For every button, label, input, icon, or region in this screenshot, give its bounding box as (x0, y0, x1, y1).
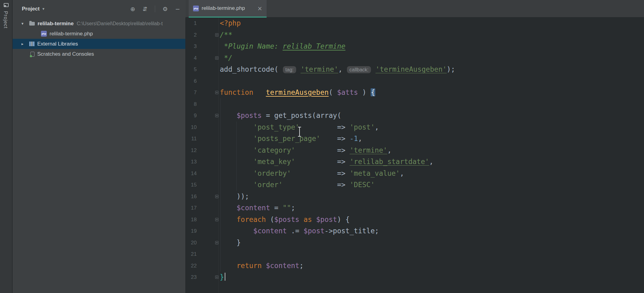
line-number[interactable]: 9 (186, 110, 197, 122)
code-token (262, 262, 266, 270)
code-token: ; (291, 204, 295, 212)
code-line[interactable]: 7function termineAusgeben( $atts ) { (186, 87, 644, 98)
window-menu-icon[interactable] (4, 3, 9, 7)
tree-item-label: relilab-termine (38, 21, 74, 27)
code-line[interactable]: 21 (186, 248, 644, 260)
scroll-from-source-icon[interactable]: ⇵ (143, 6, 147, 12)
code-line[interactable]: 3 *Plugin Name: relilab Termine (186, 41, 644, 52)
tree-item-root[interactable]: ▾ relilab-termine C:\Users\Daniel\Deskto… (13, 18, 185, 29)
line-number[interactable]: 2 (186, 29, 197, 41)
code-line[interactable]: 14 'orderby' => 'meta_value', (186, 168, 644, 179)
code-token: => (283, 181, 350, 189)
code-token (220, 227, 253, 235)
code-line[interactable]: 4 */ (186, 52, 644, 64)
tree-item-scratches[interactable]: Scratches and Consoles (13, 49, 185, 59)
line-number[interactable]: 10 (186, 122, 197, 133)
line-number[interactable]: 18 (186, 214, 197, 226)
project-selector[interactable]: Project (13, 6, 40, 12)
folder-icon (29, 22, 35, 26)
code-token: relilab Termine (283, 42, 345, 50)
line-number[interactable]: 8 (186, 98, 197, 110)
code-line[interactable]: 19 $content .= $post->post_title; (186, 225, 644, 237)
line-number[interactable]: 22 (186, 260, 197, 272)
code-line[interactable]: 17 $content = ""; (186, 202, 644, 214)
line-number[interactable]: 11 (186, 133, 197, 145)
code-line[interactable]: 1<?php (186, 18, 644, 29)
fold-marker-icon[interactable] (215, 218, 219, 221)
parameter-hint: callback: (347, 66, 371, 73)
chevron-down-icon[interactable]: ▾ (19, 21, 26, 26)
fold-marker-icon[interactable] (215, 33, 219, 37)
line-number[interactable]: 14 (186, 168, 197, 179)
line-number[interactable]: 12 (186, 145, 197, 156)
code-token: )); (220, 192, 249, 200)
code-token: , (400, 169, 404, 177)
code-line[interactable]: 12 'category' => 'termine', (186, 145, 644, 156)
line-number[interactable]: 6 (186, 75, 197, 87)
line-number[interactable]: 15 (186, 179, 197, 191)
code-line[interactable]: 9 $posts = get_posts(array( (186, 110, 644, 122)
code-line[interactable]: 22 return $content; (186, 260, 644, 272)
line-number[interactable]: 23 (186, 271, 197, 283)
code-token (296, 65, 301, 73)
code-line[interactable]: 6 (186, 75, 644, 87)
tree-item-file[interactable]: php relilab-termine.php (13, 29, 185, 39)
fold-marker-icon[interactable] (215, 56, 219, 60)
gear-icon[interactable]: ⚙ (163, 6, 168, 12)
code-token: , (358, 134, 362, 142)
line-number[interactable]: 20 (186, 237, 197, 249)
fold-marker-icon[interactable] (215, 114, 219, 117)
text-caret (225, 273, 225, 281)
code-token (253, 88, 266, 96)
code-token: ) (358, 88, 371, 96)
line-number[interactable]: 1 (186, 18, 197, 29)
line-number[interactable]: 7 (186, 87, 197, 98)
tool-window-strip: Project (0, 0, 12, 293)
code-token: add_shortcode( (220, 65, 283, 73)
code-line[interactable]: 15 'order' => 'DESC' (186, 179, 644, 191)
line-number[interactable]: 16 (186, 191, 197, 203)
code-token: 'post_type' (253, 123, 300, 131)
editor-tab-bar: php relilab-termine.php × (186, 0, 644, 18)
code-token (220, 134, 253, 142)
line-number[interactable]: 13 (186, 156, 197, 168)
fold-marker-icon[interactable] (215, 195, 219, 198)
code-line[interactable]: 11 'posts_per_page' => -1, (186, 133, 644, 145)
locate-icon[interactable]: ⊕ (130, 6, 135, 12)
fold-marker-icon[interactable] (215, 275, 219, 279)
editor[interactable]: 1<?php2/**3 *Plugin Name: relilab Termin… (186, 18, 644, 293)
tab-relilab-termine[interactable]: php relilab-termine.php × (189, 0, 267, 18)
code-token (220, 146, 253, 154)
fold-marker-icon[interactable] (215, 91, 219, 94)
code-token: return (236, 262, 262, 270)
close-icon[interactable]: × (257, 5, 262, 12)
code-line[interactable]: 16 )); (186, 191, 644, 203)
code-line[interactable]: 23} (186, 271, 644, 283)
code-line[interactable]: 10 'post_type' => 'post', (186, 122, 644, 133)
chevron-right-icon[interactable]: ▸ (19, 42, 26, 46)
code-area[interactable]: 1<?php2/**3 *Plugin Name: relilab Termin… (186, 18, 644, 283)
code-line[interactable]: 8 (186, 98, 644, 110)
code-token (220, 204, 236, 212)
code-line[interactable]: 18 foreach ($posts as $post) { (186, 214, 644, 226)
code-line[interactable]: 5add_shortcode( tag: 'termine', callback… (186, 64, 644, 75)
code-line[interactable]: 2/** (186, 29, 644, 41)
tree-item-external-libraries[interactable]: ▸ External Libraries (13, 39, 185, 49)
line-number[interactable]: 21 (186, 248, 197, 260)
code-line[interactable]: 20 } (186, 237, 644, 249)
code-line[interactable]: 13 'meta_key' => 'relilab_startdate', (186, 156, 644, 168)
line-number[interactable]: 3 (186, 41, 197, 52)
fold-marker-icon[interactable] (215, 241, 219, 244)
chevron-down-icon[interactable]: ▾ (42, 6, 45, 11)
line-number[interactable]: 19 (186, 225, 197, 237)
code-token: , (429, 158, 433, 166)
line-number[interactable]: 4 (186, 52, 197, 64)
line-number[interactable]: 5 (186, 64, 197, 75)
code-token: = get_posts(array( (262, 111, 341, 119)
code-token: 'termine' (300, 65, 338, 73)
hide-icon[interactable]: − (175, 6, 180, 12)
line-number[interactable]: 17 (186, 202, 197, 214)
code-token: ; (299, 262, 304, 270)
code-token: ->post_title; (324, 227, 379, 235)
project-tool-window-button[interactable]: Project (3, 11, 8, 29)
